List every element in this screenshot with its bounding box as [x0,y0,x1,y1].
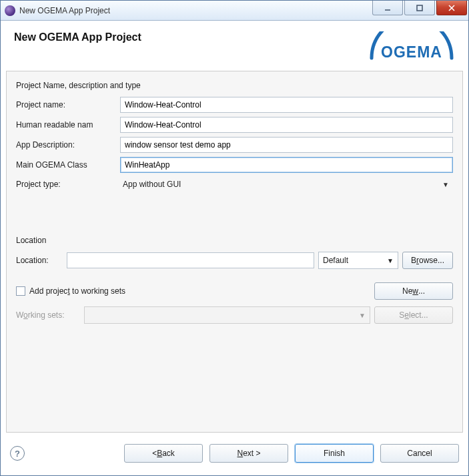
human-name-input[interactable] [120,117,453,133]
next-button[interactable]: Next > [209,444,288,463]
minimize-button[interactable] [372,1,403,15]
row-human-name: Human readable nam [16,117,453,133]
row-project-name: Project name: [16,97,453,113]
label-project-name: Project name: [16,100,120,109]
row-project-type: Project type: App without GUI ▼ [16,177,453,192]
label-main-class: Main OGEMA Class [16,160,120,170]
svg-text:OGEMA: OGEMA [381,43,442,61]
label-app-desc: App Description: [16,140,120,150]
location-combo-value: Default [323,256,348,265]
wizard-footer: ? < Back Next > Finish Cancel [1,438,468,475]
row-main-class: Main OGEMA Class [16,157,453,173]
window-title: New OGEMA App Project [5,5,372,16]
section-working-sets: Add project to working sets New... Worki… [16,282,453,324]
cancel-button[interactable]: Cancel [380,444,459,463]
label-location: Location: [16,256,63,265]
chevron-down-icon: ▼ [442,181,449,188]
project-type-value: App without GUI [123,180,181,189]
wizard-header: New OGEMA App Project OGEMA [1,21,468,71]
back-button[interactable]: < Back [124,444,203,463]
label-project-type: Project type: [16,180,120,189]
section-location-legend: Location [16,236,453,245]
chevron-down-icon: ▼ [359,312,366,319]
new-working-set-button[interactable]: New... [374,282,453,300]
location-input[interactable] [67,252,314,268]
project-type-select[interactable]: App without GUI ▼ [120,177,453,192]
eclipse-icon [5,5,15,16]
svg-rect-1 [417,5,422,11]
chevron-down-icon: ▼ [387,257,394,264]
location-default-combo[interactable]: Default ▼ [318,252,398,269]
help-icon[interactable]: ? [10,446,25,461]
page-title: New OGEMA App Project [14,31,141,43]
working-sets-combo: ▼ [84,306,370,324]
titlebar: New OGEMA App Project [1,1,468,21]
label-working-sets: Working sets: [16,310,80,320]
window-title-text: New OGEMA App Project [19,6,110,15]
dialog-window: New OGEMA App Project New OGEMA App Proj… [0,0,469,476]
app-description-input[interactable] [120,137,453,153]
finish-button[interactable]: Finish [295,444,374,463]
select-working-set-button: Select... [374,306,453,324]
close-button[interactable] [436,1,467,15]
section-project-legend: Project Name, description and type [16,81,453,90]
wizard-content: Project Name, description and type Proje… [6,71,463,433]
main-class-input[interactable] [120,157,453,173]
row-location: Location: Default ▼ Browse... [16,252,453,269]
working-sets-checkbox[interactable] [16,286,25,296]
label-human-name: Human readable nam [16,120,120,130]
window-controls [372,1,468,20]
browse-button[interactable]: Browse... [402,252,453,269]
working-sets-checkbox-label: Add project to working sets [29,286,125,296]
spacer [16,324,453,423]
row-app-desc: App Description: [16,137,453,153]
section-location: Location Location: Default ▼ Browse... [16,236,453,269]
project-name-input[interactable] [120,97,453,113]
working-sets-checkbox-row: Add project to working sets [16,286,125,296]
ogema-logo: OGEMA [368,31,455,64]
section-project: Project Name, description and type Proje… [16,81,453,196]
maximize-button[interactable] [404,1,435,15]
